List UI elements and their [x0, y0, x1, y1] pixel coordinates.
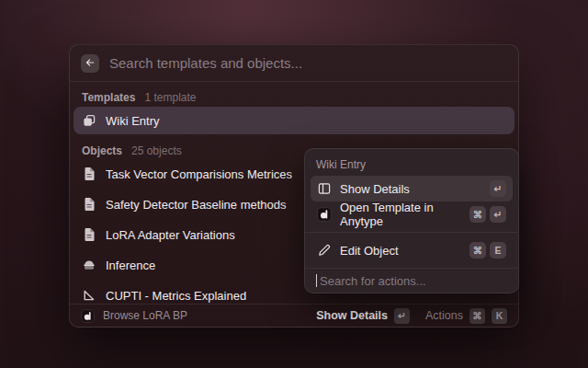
objects-section-label: Objects — [82, 144, 122, 157]
list-item-title: CUPTI - Metrics Explained — [106, 289, 246, 303]
anytype-logo-icon — [81, 309, 95, 323]
list-item-title: LoRA Adapter Variations — [106, 228, 235, 242]
footer-actions-button[interactable]: Actions — [425, 309, 463, 322]
list-item-title: Task Vector Comparisions Metrices — [106, 167, 292, 181]
footer-actions-group: Show Details ↵ Actions ⌘ K — [316, 308, 507, 324]
action-menu-header: Wiki Entry — [305, 149, 518, 176]
list-item-title: Safety Detector Baseline methods — [106, 198, 287, 212]
emoji-object-icon — [82, 258, 96, 272]
menu-item-edit-object[interactable]: Edit Object ⌘ E — [311, 237, 513, 263]
document-icon — [82, 227, 96, 242]
footer-context-label: Browse LoRA BP — [103, 309, 187, 322]
command-key-badge: ⌘ — [469, 206, 486, 223]
footer-primary-action[interactable]: Show Details — [316, 309, 388, 322]
triangle-icon — [82, 288, 96, 303]
objects-section-count: 25 objects — [131, 144, 182, 157]
menu-item-shortcut: ↵ — [490, 180, 506, 197]
e-key-badge: E — [490, 242, 506, 259]
return-key-badge: ↵ — [490, 206, 506, 223]
command-key-badge: ⌘ — [469, 242, 486, 259]
menu-item-shortcut: ⌘ ↵ — [469, 206, 506, 223]
back-button[interactable] — [81, 54, 99, 73]
return-key-badge: ↵ — [394, 308, 410, 324]
action-menu: Wiki Entry Show Details ↵ Open — [304, 148, 519, 293]
template-icon — [82, 113, 96, 128]
arrow-left-icon — [85, 55, 96, 72]
templates-section-count: 1 template — [144, 91, 196, 104]
menu-item-shortcut: ⌘ E — [469, 242, 506, 259]
quick-search-modal: Search templates and objects... Template… — [69, 44, 519, 328]
search-input[interactable]: Search templates and objects... — [109, 55, 302, 71]
footer-bar: Browse LoRA BP Show Details ↵ Actions ⌘ … — [70, 304, 518, 327]
document-icon — [82, 167, 96, 181]
templates-section-label: Templates — [82, 91, 135, 104]
menu-item-label: Open Template in Anytype — [340, 201, 461, 228]
menu-item-label: Edit Object — [340, 244, 399, 258]
return-key-badge: ↵ — [490, 180, 506, 197]
command-key-badge: ⌘ — [469, 308, 485, 324]
anytype-logo-icon — [317, 207, 332, 222]
list-item-wiki-entry[interactable]: Wiki Entry — [74, 107, 514, 134]
menu-item-label: Show Details — [340, 182, 410, 196]
search-bar: Search templates and objects... — [70, 45, 518, 82]
action-search-placeholder: Search for actions... — [320, 274, 426, 288]
pencil-icon — [317, 243, 332, 258]
text-cursor — [316, 274, 317, 287]
action-search-input[interactable]: Search for actions... — [305, 268, 518, 293]
menu-item-show-details[interactable]: Show Details ↵ — [311, 176, 513, 201]
templates-section-header: Templates 1 template — [70, 91, 518, 104]
menu-item-open-template[interactable]: Open Template in Anytype ⌘ ↵ — [311, 201, 513, 227]
k-key-badge: K — [492, 308, 507, 324]
document-icon — [82, 197, 96, 212]
list-item-title: Inference — [106, 259, 155, 272]
menu-divider — [305, 232, 518, 233]
list-item-title: Wiki Entry — [106, 114, 160, 128]
split-panel-icon — [317, 181, 332, 196]
